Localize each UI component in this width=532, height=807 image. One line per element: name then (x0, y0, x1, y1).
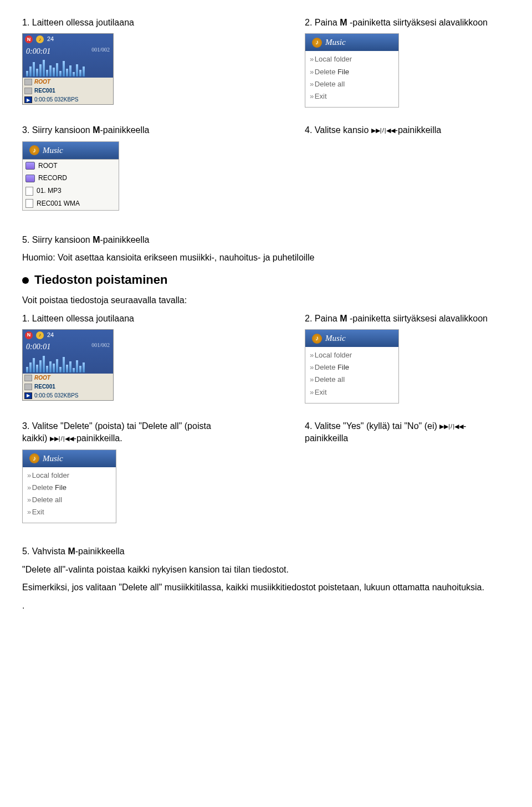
music-title: Music (43, 453, 63, 464)
menu-item: » Local folder (309, 53, 395, 65)
equalizer-icon (23, 58, 113, 78)
rec-label: REC001 (34, 87, 55, 95)
menu-item: » Delete File (26, 482, 112, 494)
music-note-icon: ♪ (29, 453, 39, 463)
track-fraction: 001/002 (91, 46, 110, 57)
step-4-text: 4. Valitse kansio ▶▶|/|◀◀-painikkeilla (305, 124, 510, 136)
file-mp3: 01. MP3 (37, 186, 62, 196)
icon-n: N (25, 35, 33, 43)
step-4b-text: 4. Valitse "Yes" (kyllä) tai "No" (ei) ▶… (305, 420, 510, 445)
step-1b-text: 1. Laitteen ollessa joutilaana (22, 313, 227, 325)
player-screenshot-1: N ♪ 24 0:00:01 001/002 ROOT REC001 ▶0:00… (22, 33, 114, 105)
music-title: Music (43, 145, 63, 156)
folder-root: ROOT (38, 161, 58, 171)
menu-item: » Delete all (26, 494, 112, 506)
music-menu-2: ♪Music » Local folder » Delete File » De… (305, 329, 399, 404)
icon-note: ♪ (36, 35, 44, 43)
play-icon: ▶ (24, 392, 32, 399)
track-num: 24 (47, 331, 54, 339)
skip-icons: ▶▶|/|◀◀ (50, 435, 74, 443)
music-menu-1: ♪Music » Local folder » Delete File » De… (305, 33, 399, 108)
file-wma: REC001 WMA (37, 199, 80, 208)
para-delete-all: "Delete all"-valinta poistaa kaikki nyky… (22, 564, 510, 576)
footer-time: 0:00:05 032KBPS (34, 392, 79, 400)
folder-icon (24, 375, 32, 381)
file-icon (24, 384, 32, 390)
huomio-text: Huomio: Voit asettaa kansioita erikseen … (22, 252, 510, 264)
menu-item: » Delete File (309, 66, 395, 78)
music-note-icon: ♪ (29, 145, 39, 155)
player-screenshot-2: N ♪ 24 0:00:01 001/002 ROOT REC001 ▶0:00… (22, 329, 114, 401)
folder-icon (24, 79, 32, 85)
menu-item: » Local folder (309, 349, 395, 361)
folder-icon (25, 162, 35, 170)
menu-item: » Delete all (309, 78, 395, 90)
step-1-text: 1. Laitteen ollessa joutilaana (22, 17, 227, 29)
root-label: ROOT (34, 374, 50, 382)
para-voit: Voit poistaa tiedostoja seuraavalla tava… (22, 294, 510, 307)
file-icon (24, 88, 32, 94)
menu-item: » Delete File (309, 361, 395, 374)
play-icon: ▶ (24, 96, 32, 103)
step-3-text: 3. Siirry kansioon M-painikkeella (22, 124, 227, 136)
dot: . (22, 600, 510, 612)
footer-time: 0:00:05 032KBPS (34, 96, 79, 104)
time-current: 0:00:01 (26, 46, 50, 57)
skip-icons: ▶▶|/|◀◀ (439, 422, 463, 431)
step-5b-text: 5. Vahvista M-painikkeella (22, 545, 510, 558)
music-menu-3: ♪Music » Local folder » Delete File » De… (22, 450, 116, 524)
file-icon (25, 187, 33, 196)
folder-icon (25, 175, 35, 182)
menu-item: » Local folder (26, 469, 112, 482)
folder-record: RECORD (38, 173, 67, 183)
step-5-text: 5. Siirry kansioon M-painikkeella (22, 234, 510, 246)
folder-list: ♪Music ROOT RECORD 01. MP3 REC001 WMA (22, 141, 119, 211)
rec-label: REC001 (34, 383, 55, 391)
menu-item: » Delete all (309, 374, 395, 386)
heading-tiedoston: Tiedoston poistaminen (22, 272, 510, 289)
bullet-icon (22, 277, 29, 284)
file-icon (25, 199, 33, 208)
step-2-text: 2. Paina M -painiketta siirtyäksesi alav… (305, 17, 510, 29)
music-title: Music (325, 37, 346, 48)
icon-n: N (25, 331, 33, 339)
skip-icons: ▶▶|/|◀◀ (371, 126, 395, 135)
music-note-icon: ♪ (312, 38, 322, 48)
time-current: 0:00:01 (26, 341, 50, 353)
step-2b-text: 2. Paina M -painiketta siirtyäksesi alav… (305, 313, 510, 325)
menu-item: » Exit (309, 386, 395, 399)
equalizer-icon (23, 354, 113, 374)
menu-item: » Exit (26, 506, 112, 518)
track-num: 24 (47, 35, 54, 43)
track-fraction: 001/002 (91, 341, 110, 353)
para-esim: Esimerkiksi, jos valitaan "Delete all" m… (22, 581, 510, 594)
step-3b-text: 3. Valitse "Delete" (poista) tai "Delete… (22, 420, 227, 445)
music-note-icon: ♪ (312, 334, 322, 344)
icon-note: ♪ (36, 331, 44, 339)
root-label: ROOT (34, 78, 50, 86)
menu-item: » Exit (309, 90, 395, 103)
music-title: Music (325, 333, 346, 344)
